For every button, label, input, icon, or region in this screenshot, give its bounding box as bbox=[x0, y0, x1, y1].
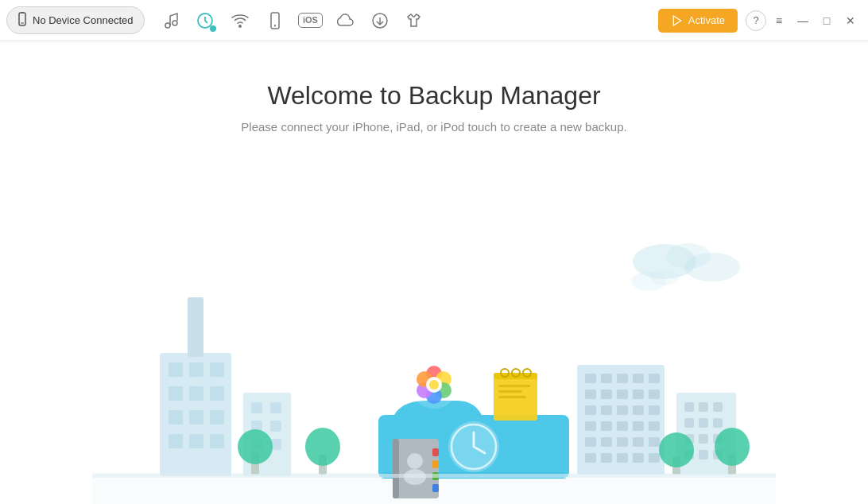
svg-rect-111 bbox=[699, 434, 708, 444]
svg-marker-10 bbox=[673, 16, 680, 25]
svg-rect-77 bbox=[649, 374, 660, 383]
svg-rect-98 bbox=[585, 453, 596, 463]
svg-rect-92 bbox=[649, 421, 660, 431]
main-content: Welcome to Backup Manager Please connect… bbox=[0, 41, 868, 504]
svg-rect-109 bbox=[713, 418, 723, 428]
svg-rect-105 bbox=[699, 402, 708, 412]
svg-point-55 bbox=[429, 380, 439, 390]
maximize-button[interactable]: □ bbox=[816, 10, 838, 32]
device-button[interactable]: No Device Connected bbox=[6, 6, 145, 34]
svg-rect-32 bbox=[251, 402, 262, 413]
activate-button[interactable]: Activate bbox=[658, 9, 738, 33]
svg-rect-96 bbox=[633, 437, 644, 447]
svg-rect-28 bbox=[189, 434, 203, 448]
svg-rect-33 bbox=[270, 402, 281, 413]
svg-rect-66 bbox=[432, 448, 439, 456]
tshirt-icon[interactable] bbox=[399, 5, 431, 37]
scene-illustration bbox=[92, 218, 776, 504]
cloud-icon[interactable] bbox=[329, 5, 361, 37]
svg-rect-85 bbox=[617, 405, 628, 415]
svg-point-119 bbox=[715, 428, 750, 466]
svg-rect-75 bbox=[617, 374, 628, 383]
svg-rect-24 bbox=[169, 410, 183, 425]
svg-rect-25 bbox=[189, 410, 203, 425]
activate-label: Activate bbox=[688, 14, 725, 26]
svg-rect-84 bbox=[601, 405, 612, 415]
svg-rect-59 bbox=[498, 390, 522, 393]
music-icon[interactable] bbox=[154, 5, 186, 37]
toolbar-icons: iOS bbox=[154, 5, 657, 37]
close-button[interactable]: ✕ bbox=[839, 10, 862, 32]
svg-rect-89 bbox=[601, 421, 612, 431]
wifi-icon[interactable] bbox=[224, 5, 256, 37]
svg-point-6 bbox=[239, 25, 241, 26]
minimize-button[interactable]: — bbox=[792, 10, 814, 32]
device-icon bbox=[18, 12, 26, 29]
svg-rect-81 bbox=[633, 390, 644, 399]
svg-rect-101 bbox=[633, 453, 644, 463]
svg-rect-120 bbox=[92, 474, 776, 478]
svg-rect-73 bbox=[585, 374, 596, 383]
svg-rect-106 bbox=[713, 402, 723, 412]
svg-rect-58 bbox=[498, 385, 530, 387]
svg-rect-104 bbox=[684, 402, 694, 412]
svg-rect-79 bbox=[601, 390, 612, 399]
menu-button[interactable]: ≡ bbox=[768, 10, 790, 32]
backup-clock-icon[interactable] bbox=[189, 5, 221, 37]
svg-rect-26 bbox=[210, 410, 224, 425]
svg-rect-87 bbox=[649, 405, 660, 415]
svg-rect-94 bbox=[601, 437, 612, 447]
page-title: Welcome to Backup Manager bbox=[267, 81, 600, 110]
help-button[interactable]: ? bbox=[746, 10, 766, 31]
svg-rect-108 bbox=[699, 418, 708, 428]
svg-rect-76 bbox=[633, 374, 644, 383]
svg-point-41 bbox=[305, 428, 340, 466]
svg-rect-114 bbox=[699, 450, 708, 459]
svg-rect-99 bbox=[601, 453, 612, 463]
window-controls: ? ≡ — □ ✕ bbox=[746, 10, 862, 32]
svg-rect-74 bbox=[601, 374, 612, 383]
svg-rect-27 bbox=[169, 434, 183, 448]
toolbar: No Device Connected bbox=[0, 0, 868, 41]
svg-rect-29 bbox=[210, 434, 224, 448]
svg-rect-97 bbox=[649, 437, 660, 447]
svg-rect-86 bbox=[633, 405, 644, 415]
svg-rect-80 bbox=[617, 390, 628, 399]
page-subtitle: Please connect your iPhone, iPad, or iPo… bbox=[241, 120, 626, 134]
svg-rect-83 bbox=[585, 405, 596, 415]
svg-rect-102 bbox=[649, 453, 660, 463]
svg-point-39 bbox=[238, 429, 273, 464]
svg-point-3 bbox=[165, 23, 170, 28]
svg-rect-30 bbox=[188, 297, 203, 357]
svg-rect-90 bbox=[617, 421, 628, 431]
svg-rect-91 bbox=[633, 421, 644, 431]
svg-rect-95 bbox=[617, 437, 628, 447]
svg-rect-22 bbox=[189, 386, 203, 401]
svg-rect-67 bbox=[432, 460, 439, 468]
svg-point-4 bbox=[172, 21, 177, 25]
phone-icon[interactable] bbox=[259, 5, 291, 37]
download-icon[interactable] bbox=[364, 5, 396, 37]
svg-rect-0 bbox=[19, 13, 25, 25]
svg-rect-20 bbox=[210, 362, 224, 377]
svg-rect-100 bbox=[617, 453, 628, 463]
svg-point-117 bbox=[659, 432, 694, 467]
ios-icon[interactable]: iOS bbox=[294, 5, 326, 37]
svg-rect-1 bbox=[21, 12, 24, 14]
svg-point-70 bbox=[407, 453, 423, 469]
svg-rect-18 bbox=[169, 362, 183, 377]
svg-point-15 bbox=[650, 269, 679, 285]
svg-rect-107 bbox=[684, 418, 694, 428]
svg-point-13 bbox=[684, 253, 740, 281]
svg-rect-88 bbox=[585, 421, 596, 431]
svg-rect-19 bbox=[189, 362, 203, 377]
svg-rect-2 bbox=[21, 23, 24, 24]
svg-rect-65 bbox=[393, 439, 399, 498]
svg-rect-82 bbox=[649, 390, 660, 399]
svg-rect-93 bbox=[585, 437, 596, 447]
active-badge bbox=[210, 25, 216, 32]
device-label: No Device Connected bbox=[33, 14, 133, 26]
svg-rect-23 bbox=[210, 386, 224, 401]
svg-rect-35 bbox=[270, 421, 281, 432]
svg-rect-21 bbox=[169, 386, 183, 401]
